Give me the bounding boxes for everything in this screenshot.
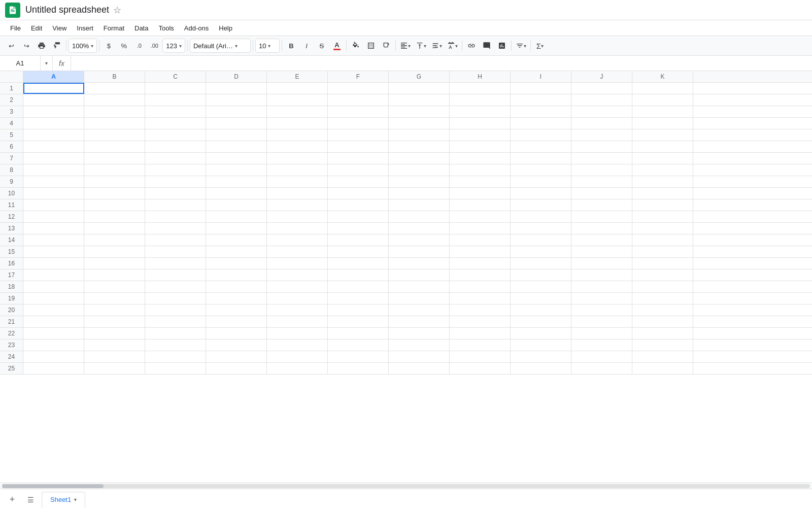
cell-K21[interactable] [632,316,693,327]
cell-D16[interactable] [206,258,267,269]
cell-E12[interactable] [267,211,328,222]
cell-C25[interactable] [145,363,206,374]
row-number-10[interactable]: 10 [0,188,23,199]
cell-B16[interactable] [84,258,145,269]
cell-C3[interactable] [145,106,206,117]
cell-K9[interactable] [632,176,693,187]
cell-C18[interactable] [145,281,206,292]
italic-button[interactable]: I [299,39,314,53]
cell-K23[interactable] [632,339,693,351]
cell-E2[interactable] [267,94,328,106]
cell-I22[interactable] [511,328,571,339]
menu-item-view[interactable]: View [47,22,72,34]
row-number-19[interactable]: 19 [0,293,23,304]
cell-A25[interactable] [23,363,84,374]
paint-format-button[interactable] [50,39,64,53]
cell-D7[interactable] [206,153,267,164]
cell-G7[interactable] [389,153,450,164]
cell-G6[interactable] [389,141,450,152]
row-number-5[interactable]: 5 [0,129,23,141]
cell-C7[interactable] [145,153,206,164]
cell-A12[interactable] [23,211,84,222]
format-type-dropdown[interactable]: 123 ▾ [162,39,185,53]
cell-A9[interactable] [23,176,84,187]
cell-E14[interactable] [267,234,328,246]
cell-B13[interactable] [84,223,145,234]
row-number-20[interactable]: 20 [0,304,23,316]
cell-I21[interactable] [511,316,571,327]
cell-E8[interactable] [267,164,328,176]
cell-F14[interactable] [328,234,389,246]
cell-A4[interactable] [23,118,84,129]
cell-I7[interactable] [511,153,571,164]
cell-H17[interactable] [450,269,511,281]
cell-H10[interactable] [450,188,511,199]
cell-D20[interactable] [206,304,267,316]
cell-F10[interactable] [328,188,389,199]
cell-F8[interactable] [328,164,389,176]
cell-B20[interactable] [84,304,145,316]
cell-D6[interactable] [206,141,267,152]
row-number-18[interactable]: 18 [0,281,23,292]
strikethrough-button[interactable]: S [315,39,329,53]
cell-J10[interactable] [571,188,632,199]
cell-A13[interactable] [23,223,84,234]
sheet-tab-sheet1[interactable]: Sheet1 ▾ [42,492,85,508]
cell-H3[interactable] [450,106,511,117]
cell-B25[interactable] [84,363,145,374]
col-header-g[interactable]: G [389,71,450,82]
row-number-24[interactable]: 24 [0,351,23,362]
cell-C10[interactable] [145,188,206,199]
cell-C22[interactable] [145,328,206,339]
cell-E11[interactable] [267,199,328,211]
cell-G19[interactable] [389,293,450,304]
cell-B9[interactable] [84,176,145,187]
cell-B17[interactable] [84,269,145,281]
row-number-9[interactable]: 9 [0,176,23,187]
cell-J13[interactable] [571,223,632,234]
menu-item-help[interactable]: Help [214,22,238,34]
scrollbar-track[interactable] [2,484,810,488]
sheet-tab-arrow[interactable]: ▾ [74,497,77,502]
cell-C5[interactable] [145,129,206,141]
cell-I9[interactable] [511,176,571,187]
row-number-7[interactable]: 7 [0,153,23,164]
row-number-1[interactable]: 1 [0,83,23,94]
currency-button[interactable]: $ [101,39,116,53]
col-header-j[interactable]: J [571,71,632,82]
cell-K7[interactable] [632,153,693,164]
cell-F13[interactable] [328,223,389,234]
cell-F12[interactable] [328,211,389,222]
cell-G16[interactable] [389,258,450,269]
cell-B2[interactable] [84,94,145,106]
cell-K12[interactable] [632,211,693,222]
cell-J6[interactable] [571,141,632,152]
cell-A23[interactable] [23,339,84,351]
cell-B5[interactable] [84,129,145,141]
scrollbar-thumb[interactable] [2,484,104,488]
cell-B6[interactable] [84,141,145,152]
cell-J16[interactable] [571,258,632,269]
cell-D2[interactable] [206,94,267,106]
cell-F21[interactable] [328,316,389,327]
cell-G12[interactable] [389,211,450,222]
cell-E15[interactable] [267,246,328,257]
row-number-14[interactable]: 14 [0,234,23,246]
cell-J7[interactable] [571,153,632,164]
cell-J15[interactable] [571,246,632,257]
cell-B4[interactable] [84,118,145,129]
cell-J20[interactable] [571,304,632,316]
cell-A7[interactable] [23,153,84,164]
cell-I5[interactable] [511,129,571,141]
cell-J14[interactable] [571,234,632,246]
cell-D18[interactable] [206,281,267,292]
cell-H21[interactable] [450,316,511,327]
cell-I17[interactable] [511,269,571,281]
col-header-a[interactable]: A [23,71,84,82]
cell-E20[interactable] [267,304,328,316]
cell-E6[interactable] [267,141,328,152]
cell-J25[interactable] [571,363,632,374]
cell-I16[interactable] [511,258,571,269]
cell-K24[interactable] [632,351,693,362]
cell-J3[interactable] [571,106,632,117]
